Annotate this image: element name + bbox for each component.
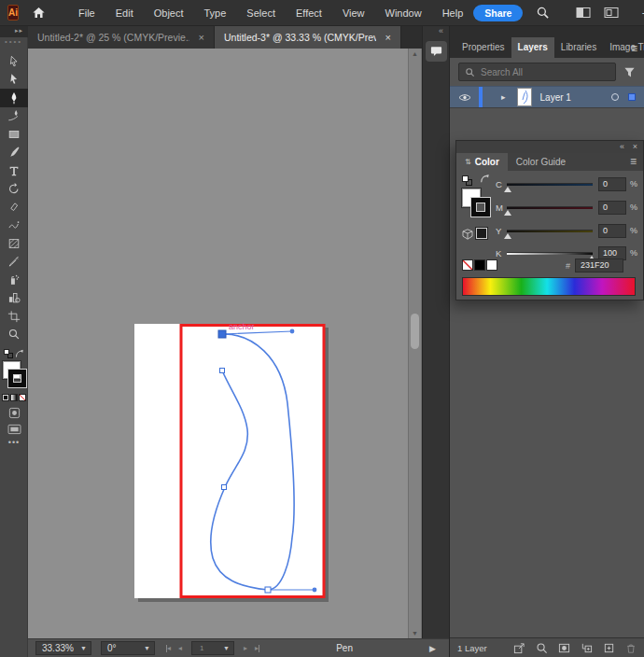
slider-thumb[interactable] <box>504 210 511 216</box>
frame-tool-icon[interactable] <box>0 234 28 253</box>
yellow-slider-track[interactable] <box>507 230 593 232</box>
illustrator-app-icon[interactable]: Ai <box>7 5 19 21</box>
rectangle-tool-icon[interactable] <box>0 125 28 144</box>
layer-thumbnail[interactable] <box>517 88 532 106</box>
collect-for-export-icon[interactable] <box>513 642 525 654</box>
layer-name[interactable]: Layer 1 <box>540 92 571 103</box>
expand-tools-icon[interactable]: ▸▸ <box>15 27 23 35</box>
none-mode-icon[interactable] <box>19 394 26 401</box>
cyan-value-field[interactable]: 0 <box>598 177 626 191</box>
direct-selection-tool-icon[interactable] <box>0 71 28 90</box>
search-input[interactable] <box>481 67 609 77</box>
artboard-tool-icon[interactable] <box>0 307 28 326</box>
black-swatch[interactable] <box>474 259 485 271</box>
expand-layer-icon[interactable]: ▸ <box>501 92 506 102</box>
menu-file[interactable]: File <box>68 0 105 26</box>
hex-value-field[interactable]: 231F20 <box>575 259 623 273</box>
home-icon[interactable] <box>32 6 46 20</box>
magenta-value-field[interactable]: 0 <box>598 201 626 215</box>
color-panel-header[interactable]: « × <box>456 141 643 153</box>
menu-window[interactable]: Window <box>375 0 432 26</box>
tab-layers[interactable]: Layers <box>511 37 554 58</box>
symbol-sprayer-tool-icon[interactable] <box>0 271 28 289</box>
in-gamut-color-swatch[interactable] <box>476 228 487 239</box>
share-button[interactable]: Share <box>473 5 523 21</box>
next-artboard-icon[interactable]: ▸ <box>244 644 247 652</box>
anchor-point[interactable] <box>265 587 271 593</box>
menu-select[interactable]: Select <box>236 0 286 26</box>
layer-target-circle-icon[interactable] <box>611 93 619 101</box>
comments-panel-button[interactable] <box>426 41 447 62</box>
scrollbar-thumb[interactable] <box>411 314 419 349</box>
slider-thumb[interactable] <box>504 233 511 239</box>
minimize-button[interactable]: – <box>634 0 644 26</box>
anchor-point[interactable] <box>222 485 227 490</box>
color-mode-icon[interactable] <box>2 394 9 401</box>
first-artboard-icon[interactable]: ◂ <box>166 644 171 652</box>
scroll-up-icon[interactable]: ▲ <box>409 50 421 57</box>
graph-tool-icon[interactable] <box>0 289 28 308</box>
anchor-point[interactable] <box>220 369 225 373</box>
visibility-eye-icon[interactable] <box>458 93 471 102</box>
swap-fill-stroke-icon[interactable] <box>480 174 490 184</box>
top-handle-point[interactable] <box>290 329 295 334</box>
type-tool-icon[interactable] <box>0 161 28 180</box>
filter-icon[interactable] <box>623 66 636 78</box>
cyan-slider-track[interactable] <box>507 183 593 186</box>
zoom-level-dropdown[interactable]: 33.33% ▼ <box>35 641 91 655</box>
paintbrush-tool-icon[interactable] <box>0 144 28 162</box>
menu-help[interactable]: Help <box>432 0 474 26</box>
selected-anchor-point[interactable] <box>218 330 226 338</box>
menu-type[interactable]: Type <box>194 0 237 26</box>
rotate-tool-icon[interactable] <box>0 180 28 199</box>
swap-fill-stroke-icon[interactable] <box>15 349 24 358</box>
close-tab-icon[interactable]: × <box>199 32 204 43</box>
rotation-dropdown[interactable]: 0° ▼ <box>101 641 155 655</box>
none-swatch[interactable] <box>462 259 473 271</box>
stroke-color-proxy[interactable] <box>471 198 490 217</box>
layer-selection-indicator[interactable] <box>628 93 636 101</box>
slider-thumb[interactable] <box>504 187 511 192</box>
pen-tool-icon[interactable] <box>0 89 28 107</box>
menu-view[interactable]: View <box>332 0 375 26</box>
yellow-value-field[interactable]: 0 <box>598 224 626 238</box>
delete-layer-icon[interactable] <box>625 642 637 654</box>
panel-menu-icon[interactable]: ≡ <box>631 42 637 55</box>
collapse-dock-icon[interactable]: « <box>439 26 443 35</box>
color-panel-menu-icon[interactable]: ≡ <box>630 153 637 171</box>
shaper-tool-icon[interactable] <box>0 217 28 235</box>
doc-tab-untitled-2[interactable]: Untitled-2* @ 25 % (CMYK/Previe... × <box>28 26 215 49</box>
stroke-color-swatch[interactable] <box>8 370 26 387</box>
previous-artboard-icon[interactable]: ◂ <box>178 644 182 652</box>
color-spectrum-bar[interactable] <box>462 277 636 296</box>
screen-mode-icon[interactable] <box>0 424 28 435</box>
default-fill-stroke-icon[interactable] <box>462 175 472 186</box>
menu-edit[interactable]: Edit <box>105 0 144 26</box>
default-fill-stroke-icon[interactable] <box>4 349 13 358</box>
layer-row-layer-1[interactable]: ▸ Layer 1 <box>450 86 644 108</box>
out-of-web-color-cube-icon[interactable] <box>462 229 473 240</box>
menu-effect[interactable]: Effect <box>286 0 332 26</box>
workspace-switcher-icon[interactable] <box>604 7 619 19</box>
layers-search-box[interactable] <box>458 63 616 81</box>
tools-drag-handle[interactable]: •••• <box>0 37 27 47</box>
tab-color-guide[interactable]: Color Guide <box>508 153 574 171</box>
tab-color[interactable]: ⇅ Color <box>456 153 508 171</box>
selection-tool-icon[interactable] <box>0 52 28 71</box>
edit-toolbar-icon[interactable]: ••• <box>0 438 28 447</box>
white-swatch[interactable] <box>486 259 497 271</box>
eyedropper-tool-icon[interactable] <box>0 253 28 272</box>
eraser-tool-icon[interactable] <box>0 198 28 217</box>
artboard-number-dropdown[interactable]: 1 ▼ <box>191 641 234 655</box>
tab-image-trace[interactable]: Image Tra <box>603 37 644 58</box>
black-slider-track[interactable] <box>507 252 593 255</box>
locate-object-icon[interactable] <box>536 642 548 654</box>
menu-object[interactable]: Object <box>144 0 194 26</box>
new-sublayer-icon[interactable] <box>581 642 593 654</box>
zoom-tool-icon[interactable] <box>0 326 28 344</box>
tab-libraries[interactable]: Libraries <box>554 37 603 58</box>
canvas-vertical-scrollbar[interactable]: ▲ ▼ <box>408 49 422 638</box>
curvature-tool-icon[interactable] <box>0 107 28 126</box>
canvas-area[interactable]: anchor <box>28 49 408 638</box>
bottom-handle-point[interactable] <box>313 588 317 593</box>
